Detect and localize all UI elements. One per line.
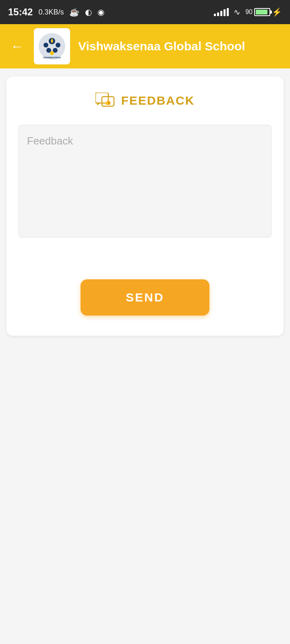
signal-bar-5	[227, 8, 229, 16]
battery-icon: 90 ⚡	[245, 7, 282, 17]
back-button[interactable]: ←	[8, 37, 26, 55]
circle-icon-2: ◉	[97, 7, 104, 17]
camera-icon: ☕	[69, 7, 79, 17]
svg-text:👍: 👍	[104, 99, 112, 105]
signal-bars	[214, 8, 229, 16]
svg-point-0	[39, 33, 65, 60]
main-content: 👍 FEEDBACK SEND	[0, 68, 290, 644]
status-left: 15:42 0.3KB/s ☕ ◐ ◉	[8, 6, 104, 18]
svg-text:VISHWAKSENA: VISHWAKSENA	[43, 56, 61, 59]
signal-bar-4	[224, 9, 226, 16]
feedback-title: FEEDBACK	[121, 94, 195, 107]
battery-box	[254, 8, 270, 16]
battery-percent: 90	[245, 8, 253, 16]
battery-fill	[256, 10, 267, 14]
svg-point-6	[50, 51, 54, 55]
logo-inner: VISHWAKSENA	[37, 31, 67, 62]
status-speed: 0.3KB/s	[38, 8, 64, 17]
school-logo: VISHWAKSENA	[34, 28, 70, 64]
status-right: ∿ 90 ⚡	[214, 7, 282, 17]
signal-bar-2	[217, 12, 219, 16]
circle-icon-1: ◐	[85, 7, 92, 17]
feedback-card: 👍 FEEDBACK SEND	[6, 76, 284, 336]
logo-svg: VISHWAKSENA	[38, 32, 66, 60]
charging-icon: ⚡	[272, 7, 282, 17]
wifi-icon: ∿	[234, 7, 240, 17]
send-button[interactable]: SEND	[81, 279, 209, 316]
feedback-header: 👍 FEEDBACK	[19, 93, 271, 109]
svg-point-3	[56, 43, 60, 47]
status-time: 15:42	[8, 6, 33, 18]
signal-bar-3	[220, 11, 222, 16]
feedback-input[interactable]	[19, 125, 271, 237]
send-button-wrapper: SEND	[19, 279, 271, 316]
school-name: Vishwaksenaa Global School	[78, 39, 282, 53]
feedback-icon: 👍	[95, 93, 115, 109]
svg-point-2	[44, 43, 48, 47]
signal-bar-1	[214, 14, 216, 16]
status-bar: 15:42 0.3KB/s ☕ ◐ ◉ ∿ 90 ⚡	[0, 0, 290, 24]
app-header: ← VISHWAKSENA Vishwaksenaa Global School	[0, 24, 290, 68]
back-arrow-icon: ←	[10, 39, 23, 54]
